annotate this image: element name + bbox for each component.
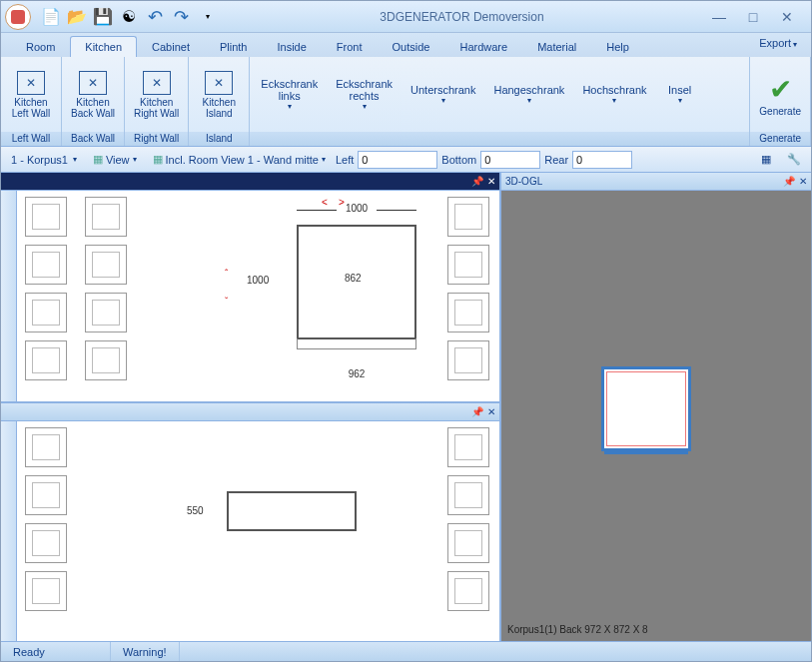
rear-input[interactable] [572,151,632,169]
close-button[interactable]: ✕ [773,8,801,26]
top-view-cabinet: 1000 ˆ ˇ 1000 862 100 962 [277,225,436,339]
kitchen-back-wall-button[interactable]: KitchenBack Wall [64,59,122,130]
thumb[interactable] [85,197,127,237]
thumb[interactable] [447,293,489,332]
dim-width: 1000 [302,203,411,214]
kitchen-island-button[interactable]: KitchenIsland [191,59,247,130]
side-drawing-area[interactable]: 550 [77,421,439,641]
tab-room[interactable]: Room [11,36,70,57]
status-ready: Ready [1,642,111,661]
tab-inside[interactable]: Inside [263,36,322,57]
insel-button[interactable]: Insel [656,59,704,130]
generate-button[interactable]: ✔ Generate [752,59,808,130]
tab-outside[interactable]: Outside [378,36,445,57]
ribbon-right-wall-group: KitchenRight Wall Right Wall [125,57,189,146]
left-input[interactable] [358,151,437,169]
close-icon[interactable]: ✕ [799,176,807,187]
thumb[interactable] [25,523,67,563]
minimize-button[interactable]: — [705,8,733,26]
tab-help[interactable]: Help [591,36,644,57]
qat-icon-1[interactable]: 📄 [39,5,63,29]
ribbon-back-wall-group: KitchenBack Wall Back Wall [62,57,125,146]
vertical-ruler [1,421,17,641]
korpus-selector[interactable]: 1 - Korpus1 [5,152,83,168]
close-icon[interactable]: ✕ [487,176,495,187]
qat-more-icon[interactable] [195,5,219,29]
qat-yinyang-icon[interactable]: ☯ [117,5,141,29]
ogl-title: 3D-OGL [505,176,783,187]
thumb[interactable] [25,571,67,611]
arrow-v: ˆ [225,269,228,280]
left-thumbnails [17,191,77,401]
thumb[interactable] [447,523,489,563]
bottom-input[interactable] [480,151,540,169]
export-menu[interactable]: Export [759,37,797,49]
grid-icon[interactable]: ▦ [755,151,777,168]
thumb[interactable] [447,475,489,515]
checkmark-icon: ✔ [769,73,792,106]
thumb[interactable] [447,340,489,380]
thumb[interactable] [25,340,67,380]
thumb[interactable] [25,293,67,332]
thumb[interactable] [85,293,127,332]
thumb[interactable] [85,245,127,285]
kitchen-left-wall-button[interactable]: KitchenLeft Wall [3,59,59,130]
dim-inner-width: 962 [301,368,412,379]
pin-icon[interactable]: 📌 [471,176,483,187]
ogl-panel: 3D-OGL 📌 ✕ Korpus1(1) Back 972 X 872 X 8 [501,173,811,641]
bottom-label: Bottom [441,154,476,166]
pin-icon[interactable]: 📌 [783,176,795,187]
box-x-icon [205,71,233,95]
tab-kitchen[interactable]: Kitchen [70,36,137,57]
ribbon-kitchen-walls-group: KitchenLeft Wall Left Wall [1,57,62,146]
dim-height: 1000 [247,275,269,286]
group-label-island: Island [189,132,249,146]
thumb[interactable] [25,427,67,467]
left-label: Left [336,154,354,166]
eckschrank-rechts-button[interactable]: Eckschrankrechts [327,59,402,130]
qat-undo-icon[interactable]: ↶ [143,5,167,29]
thumb[interactable] [447,197,489,237]
incl-room-view[interactable]: ▦ Incl. Room View 1 - Wand mitte ▾ [147,151,332,168]
maximize-button[interactable]: □ [739,8,767,26]
thumb[interactable] [447,427,489,467]
group-label-right-wall: Right Wall [125,132,188,146]
pin-icon[interactable]: 📌 [471,406,483,417]
left-panel: 📌 ✕ < > 1000 ˆ [1,173,501,641]
thumb[interactable] [447,571,489,611]
ribbon-island-group: KitchenIsland Island [189,57,250,146]
kitchen-right-wall-button[interactable]: KitchenRight Wall [127,59,186,130]
cabinet-3d[interactable] [601,366,691,451]
qat-save-icon[interactable]: 💾 [91,5,115,29]
qat-redo-icon[interactable]: ↷ [169,5,193,29]
eckschrank-links-button[interactable]: Eckschranklinks [252,59,327,130]
hangeschrank-button[interactable]: Hangeschrank [484,59,573,130]
unterschrank-button[interactable]: Unterschrank [402,59,484,130]
cabinet-side-shape[interactable] [227,491,357,531]
left-thumbnails-bottom [17,421,77,641]
top-drawing-area[interactable]: < > 1000 ˆ ˇ 1000 862 100 962 [137,191,439,401]
tab-hardware[interactable]: Hardware [444,36,522,57]
quick-access-toolbar: 📄 📂 💾 ☯ ↶ ↷ [39,5,219,29]
tab-front[interactable]: Front [322,36,378,57]
tab-material[interactable]: Material [522,36,591,57]
top-panel-header: 📌 ✕ [1,173,499,191]
thumb[interactable] [25,197,67,237]
thumb[interactable] [447,245,489,285]
ogl-canvas[interactable]: Korpus1(1) Back 972 X 872 X 8 [501,191,811,641]
thumb[interactable] [85,340,127,380]
app-icon[interactable] [5,4,31,30]
tool-icon[interactable]: 🔧 [781,151,807,168]
right-thumbnails [439,191,499,401]
qat-icon-2[interactable]: 📂 [65,5,89,29]
view-selector[interactable]: ▦ View ▾ [87,151,143,168]
hochschrank-button[interactable]: Hochschrank [573,59,655,130]
thumb[interactable] [25,245,67,285]
arrow-v: ˇ [225,297,228,308]
dim-depth: 550 [187,505,204,516]
tab-plinth[interactable]: Plinth [205,36,263,57]
close-icon[interactable]: ✕ [487,406,495,417]
thumb[interactable] [25,475,67,515]
tab-cabinet[interactable]: Cabinet [137,36,205,57]
box-x-icon [79,71,107,95]
